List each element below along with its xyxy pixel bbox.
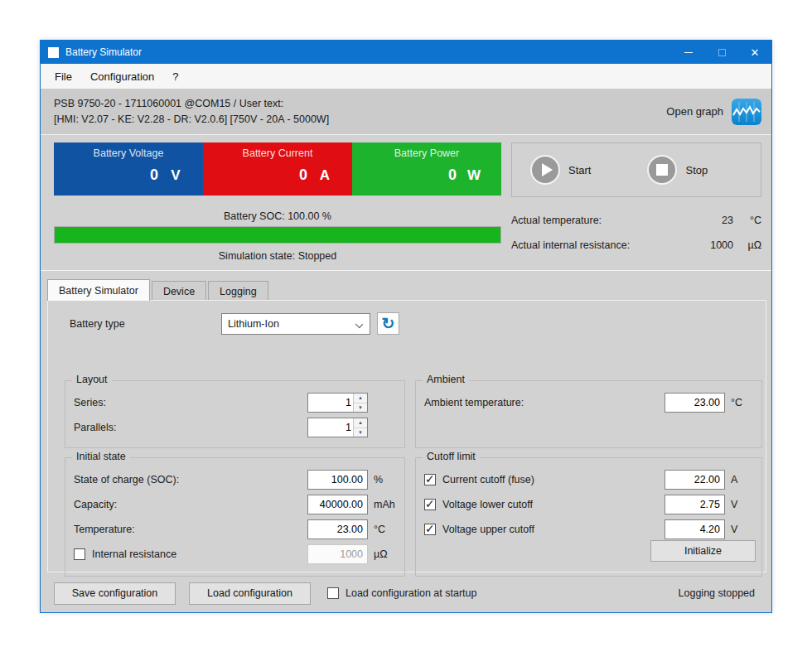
voltage-lower-cutoff-checkbox[interactable]	[424, 499, 436, 510]
soc-input[interactable]	[307, 470, 368, 490]
battery-simulator-tab-panel: Battery type Lithium-Ion ↻ Layout Series…	[47, 300, 766, 572]
menu-help[interactable]: ?	[163, 66, 187, 87]
graph-icon[interactable]	[732, 99, 761, 125]
actual-values: Actual temperature: 23 °C Actual interna…	[511, 208, 761, 258]
title-bar: Battery Simulator ✕	[41, 41, 771, 64]
internal-resistance-row: Internal resistance µΩ	[74, 544, 398, 564]
series-stepper[interactable]: ▲ ▼	[307, 393, 368, 413]
battery-voltage-label: Battery Voltage	[54, 147, 203, 159]
stop-icon	[647, 155, 677, 185]
tab-device[interactable]: Device	[152, 281, 206, 301]
battery-current-unit: A	[307, 167, 342, 184]
actual-temperature-unit: °C	[733, 215, 761, 226]
cutoff-limit-group-title: Cutoff limit	[423, 451, 480, 462]
ambient-temperature-input[interactable]	[665, 393, 725, 413]
parallels-stepper[interactable]: ▲ ▼	[307, 418, 368, 437]
voltage-upper-cutoff-input[interactable]	[665, 519, 725, 539]
voltage-upper-cutoff-checkbox[interactable]	[424, 524, 436, 535]
internal-resistance-checkbox[interactable]	[74, 548, 85, 560]
battery-voltage-unit: V	[158, 167, 193, 184]
series-row: Series: ▲ ▼	[74, 393, 398, 413]
battery-soc-label: Battery SOC: 100.00 %	[54, 210, 501, 222]
current-cutoff-input[interactable]	[665, 470, 725, 490]
voltage-lower-cutoff-input[interactable]	[665, 495, 725, 514]
temperature-input[interactable]	[307, 519, 368, 539]
series-up-icon[interactable]: ▲	[354, 394, 367, 403]
device-info-line1: PSB 9750-20 - 1711060001 @COM15 / User t…	[54, 96, 329, 112]
refresh-icon: ↻	[382, 316, 395, 331]
parallels-up-icon[interactable]: ▲	[354, 418, 367, 428]
app-icon	[48, 47, 59, 58]
refresh-button[interactable]: ↻	[377, 312, 399, 335]
series-down-icon[interactable]: ▼	[354, 403, 367, 413]
current-cutoff-unit: A	[725, 474, 755, 485]
capacity-input[interactable]	[307, 495, 368, 514]
actual-temperature-value: 23	[697, 215, 733, 226]
battery-voltage-meter: Battery Voltage 0 V	[54, 142, 203, 196]
start-label: Start	[568, 164, 591, 176]
load-at-startup-label: Load configuration at startup	[346, 587, 476, 599]
current-cutoff-row: Current cutoff (fuse) A	[424, 470, 755, 490]
actual-resistance-row: Actual internal resistance: 1000 µΩ	[511, 233, 761, 258]
actual-resistance-unit: µΩ	[733, 239, 761, 251]
initial-state-group-title: Initial state	[72, 451, 130, 462]
current-cutoff-checkbox[interactable]	[424, 474, 436, 485]
parallels-row: Parallels: ▲ ▼	[74, 418, 398, 437]
close-button[interactable]: ✕	[738, 41, 771, 64]
open-graph-label: Open graph	[666, 105, 723, 118]
open-graph-control[interactable]: Open graph	[666, 99, 761, 125]
battery-power-value: 0	[448, 167, 457, 184]
tab-battery-simulator[interactable]: Battery Simulator	[47, 279, 150, 301]
display-section: Battery Voltage 0 V Battery Current 0 A …	[41, 134, 771, 271]
maximize-button[interactable]	[705, 41, 738, 64]
device-info-line2: [HMI: V2.07 - KE: V2.28 - DR: V2.0.6] [7…	[54, 112, 329, 128]
voltage-lower-cutoff-row: Voltage lower cutoff V	[424, 495, 755, 514]
ambient-group: Ambient Ambient temperature: °C	[415, 380, 762, 448]
menu-bar: File Configuration ?	[41, 64, 771, 89]
stop-button[interactable]: Stop	[647, 155, 708, 185]
tab-logging[interactable]: Logging	[208, 281, 268, 301]
load-at-startup-checkbox[interactable]	[327, 587, 339, 599]
parallels-down-icon[interactable]: ▼	[354, 428, 367, 437]
device-info-bar: PSB 9750-20 - 1711060001 @COM15 / User t…	[41, 89, 771, 134]
series-label: Series:	[74, 397, 307, 408]
load-at-startup-control[interactable]: Load configuration at startup	[327, 587, 476, 599]
parallels-label: Parallels:	[74, 422, 307, 433]
play-icon	[530, 155, 560, 185]
internal-resistance-label: Internal resistance	[92, 548, 307, 560]
voltage-upper-cutoff-row: Voltage upper cutoff V	[424, 519, 755, 539]
actual-temperature-label: Actual temperature:	[511, 215, 697, 226]
internal-resistance-unit: µΩ	[368, 548, 398, 560]
battery-voltage-value: 0	[150, 167, 158, 184]
ambient-temperature-label: Ambient temperature:	[424, 397, 665, 408]
load-configuration-button[interactable]: Load configuration	[189, 582, 311, 605]
maximize-icon	[718, 49, 726, 56]
soc-progress-bar	[54, 226, 501, 244]
layout-group: Layout Series: ▲ ▼ Parallels: ▲	[65, 380, 405, 448]
temperature-row: Temperature: °C	[74, 519, 398, 539]
battery-type-select[interactable]: Lithium-Ion	[221, 313, 370, 335]
actual-resistance-label: Actual internal resistance:	[511, 239, 697, 251]
ambient-temperature-row: Ambient temperature: °C	[424, 393, 755, 413]
temperature-label: Temperature:	[74, 524, 307, 535]
initial-state-group: Initial state State of charge (SOC): % C…	[65, 457, 405, 577]
battery-power-label: Battery Power	[352, 147, 501, 159]
menu-file[interactable]: File	[46, 66, 81, 87]
menu-configuration[interactable]: Configuration	[81, 66, 163, 87]
save-configuration-button[interactable]: Save configuration	[54, 582, 176, 605]
capacity-label: Capacity:	[74, 499, 307, 510]
battery-current-label: Battery Current	[203, 147, 352, 159]
voltage-upper-cutoff-unit: V	[725, 524, 755, 535]
actual-temperature-row: Actual temperature: 23 °C	[511, 208, 761, 233]
start-button[interactable]: Start	[530, 155, 591, 185]
capacity-row: Capacity: mAh	[74, 495, 398, 514]
battery-type-label: Battery type	[70, 318, 221, 330]
battery-type-value: Lithium-Ion	[228, 318, 279, 330]
battery-power-unit: W	[457, 167, 491, 184]
initialize-button[interactable]: Initialize	[650, 540, 756, 562]
minimize-button[interactable]	[672, 41, 705, 64]
series-input[interactable]	[308, 394, 353, 412]
voltage-lower-cutoff-unit: V	[725, 499, 755, 510]
parallels-input[interactable]	[308, 418, 353, 437]
battery-current-meter: Battery Current 0 A	[203, 142, 352, 196]
